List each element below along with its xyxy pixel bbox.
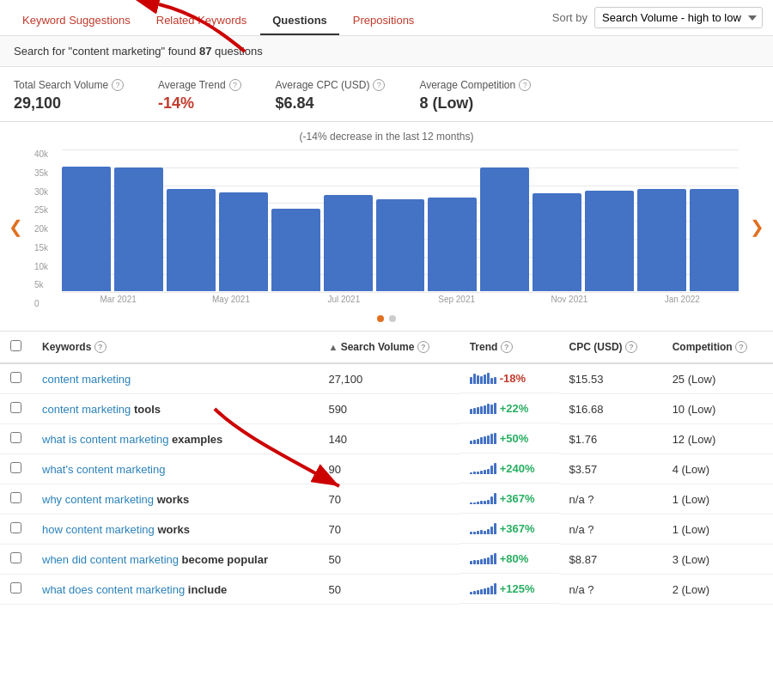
mini-bar <box>490 434 493 444</box>
chart-body: Mar 2021May 2021Jul 2021Sep 2021Nov 2021… <box>62 149 739 308</box>
mini-bar <box>487 500 490 504</box>
mini-bar <box>494 523 496 534</box>
trend-cell-1: +22% <box>460 394 559 423</box>
y-label-20k: 20k <box>34 224 57 234</box>
mini-bar <box>477 502 479 504</box>
stat-average-competition-label: Average Competition <box>419 79 515 91</box>
col-header-checkbox <box>0 332 32 363</box>
chart-subtitle: (-14% decrease in the last 12 months) <box>34 131 739 143</box>
search-volume-cell-7: 50 <box>318 575 459 605</box>
average-cpc-help-icon[interactable]: ? <box>373 79 385 91</box>
col-trend-help-icon[interactable]: ? <box>501 341 513 353</box>
mini-bar <box>470 502 472 504</box>
row-checkbox-4[interactable] <box>10 492 21 503</box>
competition-cell-1: 10 (Low) <box>662 394 773 424</box>
mini-bar <box>480 437 483 444</box>
chart-dot-2[interactable] <box>389 315 396 322</box>
mini-bar <box>477 439 479 444</box>
mini-bar <box>490 466 493 474</box>
bar-1 <box>114 167 163 291</box>
col-competition-label: Competition <box>673 341 733 353</box>
col-trend-label: Trend <box>470 341 498 353</box>
cpc-cell-6: $8.87 <box>559 545 662 575</box>
stat-average-cpc: Average CPC (USD) ? $6.84 <box>276 79 386 113</box>
row-checkbox-5[interactable] <box>10 522 21 533</box>
bar-5 <box>324 195 373 291</box>
search-volume-cell-6: 50 <box>318 545 459 575</box>
mini-bar <box>477 531 479 534</box>
table-row: what is content marketing examples140 +5… <box>0 424 773 454</box>
mini-bar <box>477 472 479 474</box>
trend-value-4: +367% <box>500 492 535 505</box>
mini-bar <box>484 501 486 504</box>
trend-value-0: -18% <box>500 372 526 385</box>
search-volume-cell-4: 70 <box>318 484 459 514</box>
sort-select[interactable]: Search Volume - high to low Search Volum… <box>594 7 763 28</box>
y-label-40k: 40k <box>34 149 57 159</box>
mini-bar <box>470 472 472 474</box>
grid-line <box>62 292 739 293</box>
average-trend-help-icon[interactable]: ? <box>229 79 241 91</box>
row-checkbox-1[interactable] <box>10 402 21 413</box>
row-checkbox-0[interactable] <box>10 372 21 383</box>
cpc-cell-5: n/a ? <box>559 514 662 545</box>
tab-questions[interactable]: Questions <box>260 7 339 35</box>
keyword-cell-7: what does content marketing include <box>32 575 318 605</box>
row-checkbox-2[interactable] <box>10 432 21 443</box>
bar-6 <box>376 199 425 291</box>
col-cpc-help-icon[interactable]: ? <box>625 341 637 353</box>
col-header-trend: Trend ? <box>460 332 559 363</box>
bar-2 <box>167 189 216 291</box>
mini-bar <box>480 530 483 534</box>
bar-10 <box>585 191 634 291</box>
mini-bar <box>487 404 490 414</box>
mini-bar <box>484 374 486 384</box>
mini-bar <box>490 586 493 594</box>
stat-average-trend-value: -14% <box>158 94 241 113</box>
mini-bar <box>473 560 476 564</box>
x-label-2: Jul 2021 <box>288 295 400 304</box>
col-keywords-help-icon[interactable]: ? <box>94 341 107 353</box>
search-result-count: 87 <box>199 45 211 58</box>
bar-9 <box>533 193 581 291</box>
mini-bar <box>487 373 490 384</box>
col-search-volume-help-icon[interactable]: ? <box>417 341 429 353</box>
mini-bar <box>470 561 472 564</box>
select-all-checkbox[interactable] <box>10 340 21 351</box>
chart-nav-left[interactable]: ❮ <box>9 216 23 237</box>
mini-bar <box>487 529 490 534</box>
row-checkbox-6[interactable] <box>10 552 21 563</box>
average-competition-help-icon[interactable]: ? <box>519 79 531 91</box>
trend-cell-6: +80% <box>460 545 559 574</box>
table-row: content marketing tools590 +22%$16.6810 … <box>0 394 773 424</box>
keyword-cell-5: how content marketing works <box>32 514 318 545</box>
mini-bar <box>487 469 490 474</box>
mini-bar <box>473 472 476 474</box>
competition-cell-4: 1 (Low) <box>662 484 773 514</box>
keyword-cell-6: when did content marketing become popula… <box>32 545 318 575</box>
keyword-cell-2: what is content marketing examples <box>32 424 318 454</box>
tab-prepositions[interactable]: Prepositions <box>341 7 427 35</box>
stats-row: Total Search Volume ? 29,100 Average Tre… <box>0 67 773 122</box>
mini-bar <box>480 406 483 414</box>
chart-dot-1[interactable] <box>377 315 384 322</box>
row-checkbox-3[interactable] <box>10 462 21 473</box>
mini-bar <box>473 591 476 594</box>
col-competition-help-icon[interactable]: ? <box>735 341 747 353</box>
search-volume-cell-1: 590 <box>318 394 459 424</box>
mini-bar <box>470 532 472 534</box>
cpc-cell-2: $1.76 <box>559 424 662 454</box>
mini-bar <box>494 553 496 564</box>
competition-cell-0: 25 (Low) <box>662 363 773 394</box>
mini-bar <box>490 496 493 504</box>
total-search-volume-help-icon[interactable]: ? <box>112 79 124 91</box>
table-row: what's content marketing90 +240%$3.574 (… <box>0 454 773 484</box>
stat-total-search-volume: Total Search Volume ? 29,100 <box>14 79 124 113</box>
tab-related-keywords[interactable]: Related Keywords <box>144 7 259 35</box>
mini-bar <box>494 493 496 504</box>
mini-bar <box>494 403 496 414</box>
chart-nav-right[interactable]: ❯ <box>750 216 764 237</box>
mini-bar <box>473 408 476 414</box>
row-checkbox-7[interactable] <box>10 582 21 593</box>
tab-keyword-suggestions[interactable]: Keyword Suggestions <box>10 7 143 35</box>
